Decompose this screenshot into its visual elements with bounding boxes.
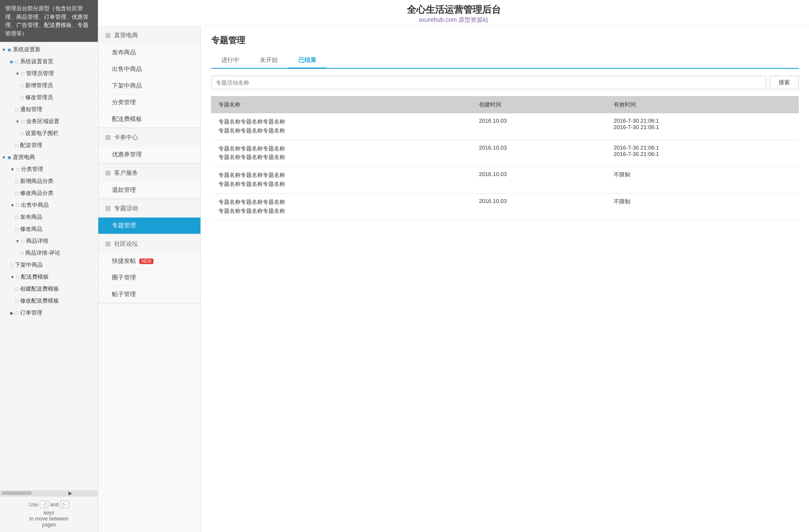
doc-icon: □ xyxy=(15,191,18,196)
tree-label-category: 分类管理 xyxy=(21,165,43,173)
nav-section-header-direct-ecom: ⊠ 直营电商 xyxy=(98,26,200,44)
cell-name-1: 专题名称专题名称专题名称 专题名称专题名称专题名称 xyxy=(212,140,472,167)
cell-name-text-0: 专题名称专题名称专题名称 专题名称专题名称专题名称 xyxy=(218,118,465,135)
tree-item-admin-mgmt[interactable]: ▼ □ 管理员管理 xyxy=(0,68,98,79)
sidebar-header: 管理后台部分原型（包含社区管理、商品管理、订单管理、优惠管理、广告管理、配送费模… xyxy=(0,0,98,42)
footer-and-text: and xyxy=(50,502,59,508)
nav-item-special-mgmt[interactable]: 专题管理 xyxy=(98,218,200,234)
tree-item-delivery-template[interactable]: ▼ □ 配送费模板 xyxy=(0,271,98,283)
section-icon-special-activity: ⊠ xyxy=(105,204,111,212)
top-header: 全心生活运营管理后台 axurehub.com 原型资源站 xyxy=(98,0,809,26)
tab-in-progress[interactable]: 进行中 xyxy=(211,53,250,69)
nav-item-category-mgmt[interactable]: 分类管理 xyxy=(98,94,200,111)
section-label-community: 社区论坛 xyxy=(114,240,138,248)
tree-item-system-settings[interactable]: ▼ ■ 系统设置新 xyxy=(0,44,98,56)
section-icon-customer-service: ⊠ xyxy=(105,169,111,177)
page-title: 专题管理 xyxy=(211,35,799,46)
tree-label-edit-product: 修改商品 xyxy=(20,225,42,233)
tree-item-edit-admin[interactable]: □ 修改管理员 xyxy=(0,91,98,103)
folder-icon: □ xyxy=(15,310,18,315)
sidebar-tree: ▼ ■ 系统设置新 ▶ □ 系统设置首页 ▼ □ 管理员管理 □ 新增管理员 xyxy=(0,42,98,490)
nav-section-header-special-activity: ⊠ 专题活动 xyxy=(98,199,200,218)
tree-item-direct-ecom[interactable]: ▼ ■ 直营电商 xyxy=(0,151,98,163)
nav-item-refund-mgmt[interactable]: 退款管理 xyxy=(98,182,200,199)
tree-item-off-sale[interactable]: □ 下架中商品 xyxy=(0,259,98,271)
right-key-button[interactable]: ▷ xyxy=(60,501,69,508)
tree-item-on-sale[interactable]: ▼ □ 出售中商品 xyxy=(0,199,98,211)
tree-item-edit-product[interactable]: □ 修改商品 xyxy=(0,223,98,235)
nav-section-header-community: ⊠ 社区论坛 xyxy=(98,235,200,253)
doc-icon: □ xyxy=(21,95,24,100)
footer-use-text: Use xyxy=(29,502,38,508)
section-label-coupon: 卡券中心 xyxy=(114,134,138,141)
doc-icon: □ xyxy=(15,286,18,291)
nav-section-special-activity: ⊠ 专题活动 专题管理 xyxy=(98,199,200,235)
cell-valid-2: 不限制 xyxy=(607,167,799,194)
section-icon-community: ⊠ xyxy=(105,240,111,248)
tree-item-add-admin[interactable]: □ 新增管理员 xyxy=(0,79,98,91)
nav-item-quick-post[interactable]: 快捷发帖 NEW xyxy=(98,253,200,270)
tree-label-direct-ecom: 直营电商 xyxy=(13,153,35,161)
tree-label-product-detail: 商品详情 xyxy=(26,237,48,245)
tab-not-started[interactable]: 未开始 xyxy=(250,53,288,69)
tree-item-notification[interactable]: □ 通知管理 xyxy=(0,103,98,115)
folder-icon: □ xyxy=(16,203,19,208)
cell-created-1: 2016.10.03 xyxy=(472,140,607,167)
tree-item-business-area[interactable]: ▼ □ 业务区域设置 xyxy=(0,115,98,127)
section-icon-coupon: ⊠ xyxy=(105,133,111,141)
nav-section-header-coupon: ⊠ 卡券中心 xyxy=(98,128,200,147)
tree-label-add-admin: 新增管理员 xyxy=(25,82,53,89)
scroll-right-btn[interactable]: ▶ xyxy=(68,490,72,496)
sidebar-header-text: 管理后台部分原型（包含社区管理、商品管理、订单管理、优惠管理、广告管理、配送费模… xyxy=(5,5,88,37)
nav-item-coupon-mgmt[interactable]: 优惠券管理 xyxy=(98,147,200,163)
tree-item-create-template[interactable]: □ 创建配送费模板 xyxy=(0,283,98,295)
arrow-icon: ▼ xyxy=(2,47,6,52)
tree-item-product-detail[interactable]: ▼ □ 商品详情 xyxy=(0,235,98,247)
tree-item-system-home[interactable]: ▶ □ 系统设置首页 xyxy=(0,56,98,68)
nav-item-delivery-fee[interactable]: 配送费模板 xyxy=(98,111,200,128)
tree-item-geofence[interactable]: □ 设置电子围栏 xyxy=(0,127,98,139)
tree-item-edit-category[interactable]: □ 修改商品分类 xyxy=(0,187,98,199)
nav-item-off-sale-product[interactable]: 下架中商品 xyxy=(98,78,200,94)
nav-item-post-mgmt[interactable]: 帖子管理 xyxy=(98,286,200,303)
arrow-icon: ▼ xyxy=(10,167,15,172)
folder-icon: □ xyxy=(21,238,24,244)
content-area: ⊠ 直营电商 发布商品 出售中商品 下架中商品 分类管理 配送费模板 ⊠ 卡券中… xyxy=(98,26,809,532)
arrow-icon: ▼ xyxy=(10,203,15,208)
tree-label-on-sale: 出售中商品 xyxy=(21,201,49,209)
tree-item-publish-product[interactable]: □ 发布商品 xyxy=(0,211,98,223)
cell-name-0: 专题名称专题名称专题名称 专题名称专题名称专题名称 xyxy=(212,113,472,140)
tree-label-publish-product: 发布商品 xyxy=(20,213,42,221)
tabs: 进行中 未开始 已结束 xyxy=(211,53,799,69)
hscroll-thumb xyxy=(2,491,32,495)
new-badge: NEW xyxy=(139,259,153,264)
folder-icon: □ xyxy=(21,119,24,124)
doc-icon: □ xyxy=(21,83,24,88)
left-key-button[interactable]: ◁ xyxy=(40,501,48,508)
nav-item-publish-product[interactable]: 发布商品 xyxy=(98,44,200,61)
cell-created-2: 2016.10.03 xyxy=(472,167,607,194)
nav-panel: ⊠ 直营电商 发布商品 出售中商品 下架中商品 分类管理 配送费模板 ⊠ 卡券中… xyxy=(98,26,201,532)
tree-item-product-review[interactable]: □ 商品详情-评论 xyxy=(0,247,98,259)
tab-ended[interactable]: 已结束 xyxy=(288,53,327,69)
doc-icon: □ xyxy=(15,143,18,148)
tree-label-delivery-mgmt: 配送管理 xyxy=(20,141,42,149)
tree-item-edit-template[interactable]: □ 修改配送费模板 xyxy=(0,295,98,307)
search-button[interactable]: 搜索 xyxy=(770,76,799,89)
tree-item-order-mgmt[interactable]: ▶ □ 订单管理 xyxy=(0,307,98,319)
nav-section-header-customer-service: ⊠ 客户服务 xyxy=(98,164,200,182)
sidebar-hscroll[interactable]: ▶ xyxy=(0,490,98,496)
tree-item-add-category[interactable]: □ 新增商品分类 xyxy=(0,175,98,187)
tree-item-delivery-mgmt[interactable]: □ 配送管理 xyxy=(0,139,98,151)
folder-icon: ▶ xyxy=(10,59,14,65)
folder-icon: ■ xyxy=(8,154,11,161)
cell-name-text-3: 专题名称专题名称专题名称 专题名称专题名称专题名称 xyxy=(218,198,465,216)
search-input[interactable] xyxy=(211,76,766,89)
nav-item-on-sale-product[interactable]: 出售中商品 xyxy=(98,61,200,78)
nav-item-circle-mgmt[interactable]: 圈子管理 xyxy=(98,270,200,286)
section-label-direct-ecom: 直营电商 xyxy=(114,32,138,39)
tree-label-order-mgmt: 订单管理 xyxy=(20,309,42,317)
cell-created-3: 2016.10.03 xyxy=(472,193,607,220)
search-bar: 搜索 xyxy=(211,76,799,89)
tree-item-category[interactable]: ▼ □ 分类管理 xyxy=(0,163,98,175)
